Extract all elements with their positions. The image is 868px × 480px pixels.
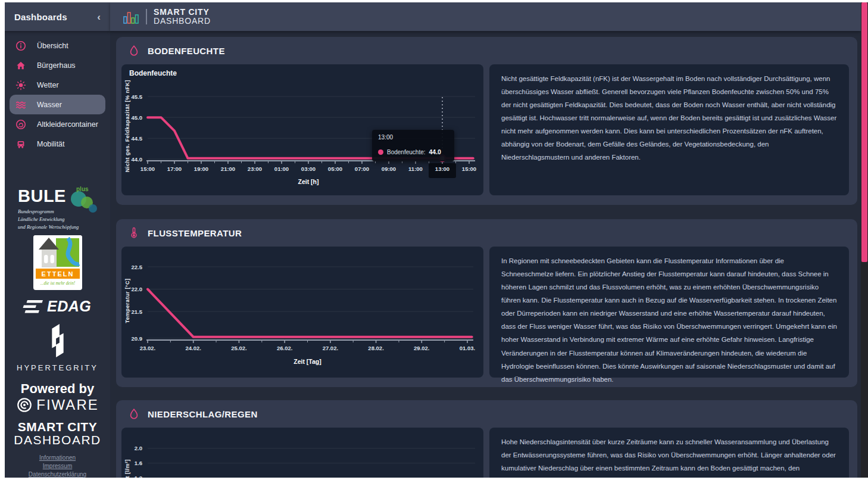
flusstemperatur-chart-panel: 20.921.522.022.5Temperatur [°C]23.02.24.…: [121, 247, 483, 378]
sidebar-item-label: Wasser: [37, 101, 62, 109]
sidebar-nav: Übersicht Bürgerhaus Wetter Wasser: [5, 36, 110, 154]
smart-city-line1: SMART CITY: [5, 420, 110, 434]
sun-icon: [15, 80, 26, 91]
svg-text:09:00: 09:00: [382, 166, 396, 172]
link-datenschutz[interactable]: Datenschutzerklärung: [5, 470, 110, 478]
sidebar-item-wasser[interactable]: Wasser: [10, 95, 105, 114]
bule-wordmark: BULE: [18, 186, 66, 205]
bule-logo[interactable]: BULE plus Bundesprogramm Ländliche Entwi…: [18, 187, 102, 230]
tooltip-value: 44.0: [429, 148, 441, 155]
svg-text:15:00: 15:00: [462, 166, 476, 172]
droplet-icon: [128, 408, 140, 420]
hypertegrity-mark-icon: [40, 323, 75, 359]
main-content: BODENFEUCHTE Bodenfeuchte 44.044.545.045…: [110, 31, 861, 478]
powered-by-label: Powered by: [5, 381, 110, 397]
etteln-logo[interactable]: ETTELN ...die ist mehr dein!: [33, 235, 82, 290]
svg-text:44.0: 44.0: [132, 156, 143, 163]
svg-text:07:00: 07:00: [355, 166, 369, 172]
sidebar-item-label: Bürgerhaus: [37, 61, 76, 70]
niederschlag-description: Hohe Niederschlagsintensität über kurze …: [489, 428, 849, 478]
svg-text:11:00: 11:00: [408, 166, 423, 172]
sidebar-item-label: Altkleidercontainer: [37, 120, 98, 129]
section-niederschlag: NIEDERSCHLAG/REGEN 1.21.62.0Intensität […: [116, 400, 857, 478]
svg-text:23.02.: 23.02.: [140, 345, 155, 351]
sidebar: Dashboards ‹ Übersicht Bürgerhaus Wet: [5, 2, 110, 478]
svg-text:1.2: 1.2: [135, 475, 142, 478]
bule-plus-label: plus: [76, 186, 89, 192]
flusstemperatur-description: In Regionen mit schneebedeckten Gebieten…: [489, 247, 849, 378]
svg-text:2.0: 2.0: [135, 445, 142, 451]
tooltip-series-label: Bodenfeuchte:: [387, 149, 426, 155]
info-icon: [15, 40, 26, 51]
svg-text:Zeit [h]: Zeit [h]: [298, 178, 319, 185]
chart-tooltip: 13:00 Bodenfeuchte: 44.0: [372, 130, 454, 161]
section-title: FLUSSTEMPERATUR: [148, 228, 242, 238]
svg-text:15:00: 15:00: [140, 166, 155, 172]
svg-text:21.5: 21.5: [132, 308, 143, 315]
svg-text:Zeit [Tag]: Zeit [Tag]: [294, 358, 321, 365]
app-window: Dashboards ‹ Übersicht Bürgerhaus Wet: [5, 2, 861, 478]
svg-text:27.02.: 27.02.: [323, 345, 338, 351]
sidebar-item-label: Übersicht: [37, 42, 68, 50]
collapse-sidebar-icon[interactable]: ‹: [97, 12, 101, 22]
smart-city-line2: DASHBOARD: [5, 434, 110, 447]
link-informationen[interactable]: Informationen: [5, 454, 110, 462]
scrollbar[interactable]: [861, 2, 868, 478]
svg-text:28.02.: 28.02.: [368, 345, 383, 351]
hypertegrity-logo[interactable]: HYPERTEGRITY: [5, 323, 110, 372]
bule-subtitle-line: Ländliche Entwicklung: [18, 216, 102, 223]
svg-text:29.02.: 29.02.: [414, 345, 429, 351]
svg-text:20.9: 20.9: [132, 335, 143, 342]
svg-text:21:00: 21:00: [221, 166, 235, 172]
svg-text:44.5: 44.5: [132, 135, 143, 142]
svg-text:Nicht ges. Feldkapazität [% nF: Nicht ges. Feldkapazität [% nFK]: [124, 80, 130, 172]
svg-text:Temperatur [°C]: Temperatur [°C]: [124, 279, 130, 323]
header-title-line1: SMART CITY: [154, 8, 211, 17]
sidebar-item-altkleidercontainer[interactable]: Altkleidercontainer: [10, 114, 105, 134]
edag-wordmark: EDAG: [47, 298, 91, 315]
svg-text:22.5: 22.5: [132, 264, 143, 270]
fiware-swirl-icon: [16, 397, 33, 413]
svg-text:23:00: 23:00: [248, 166, 262, 172]
scrollbar-thumb[interactable]: [861, 2, 867, 262]
city-skyline-icon: [122, 8, 140, 26]
car-icon: [15, 139, 26, 149]
svg-text:Intensität [l/m²]: Intensität [l/m²]: [124, 459, 130, 478]
sidebar-item-mobilitaet[interactable]: Mobilität: [10, 134, 105, 154]
bule-circles-icon: [69, 191, 100, 216]
fiware-wordmark: FIWARE: [36, 397, 98, 413]
sidebar-item-wetter[interactable]: Wetter: [10, 75, 105, 95]
thermometer-icon: [128, 227, 140, 239]
svg-text:45.5: 45.5: [132, 93, 143, 100]
svg-text:24.02.: 24.02.: [186, 345, 201, 351]
svg-text:01.03.: 01.03.: [460, 345, 475, 351]
niederschlag-chart[interactable]: 1.21.62.0Intensität [l/m²]: [121, 428, 483, 478]
sidebar-item-uebersicht[interactable]: Übersicht: [10, 36, 105, 55]
edag-logo[interactable]: EDAG: [21, 298, 91, 315]
svg-text:26.02.: 26.02.: [277, 345, 292, 351]
fiware-logo[interactable]: FIWARE: [5, 397, 110, 413]
etteln-wordmark: ETTELN: [36, 269, 80, 279]
svg-text:17:00: 17:00: [167, 166, 182, 172]
smart-city-wordmark: SMART CITY DASHBOARD: [5, 420, 110, 447]
svg-text:22.0: 22.0: [132, 286, 143, 292]
container-icon: [15, 119, 26, 130]
tooltip-time: 13:00: [378, 134, 448, 141]
bodenfeuchte-description: Nicht gesättigte Feldkapazität (nFK) ist…: [489, 64, 849, 195]
section-bodenfeuchte: BODENFEUCHTE Bodenfeuchte 44.044.545.045…: [116, 37, 857, 205]
sidebar-footer-links: Informationen Impressum Datenschutzerklä…: [5, 454, 110, 478]
link-impressum[interactable]: Impressum: [5, 462, 110, 470]
waves-icon: [15, 99, 26, 110]
bule-subtitle-line: und Regionale Wertschöpfung: [18, 223, 102, 231]
svg-text:05:00: 05:00: [328, 166, 342, 172]
etteln-tagline: ...die ist mehr dein!: [33, 280, 82, 286]
svg-text:1.6: 1.6: [135, 460, 142, 466]
flusstemperatur-chart[interactable]: 20.921.522.022.5Temperatur [°C]23.02.24.…: [121, 247, 483, 378]
svg-text:13:00: 13:00: [435, 166, 449, 172]
sidebar-item-buergerhaus[interactable]: Bürgerhaus: [10, 55, 105, 75]
niederschlag-chart-panel: 1.21.62.0Intensität [l/m²]: [121, 428, 483, 478]
sidebar-item-label: Mobilität: [37, 140, 65, 148]
section-heading: FLUSSTEMPERATUR: [128, 227, 242, 239]
svg-text:45.0: 45.0: [132, 114, 143, 121]
header-title-line2: DASHBOARD: [154, 17, 211, 26]
